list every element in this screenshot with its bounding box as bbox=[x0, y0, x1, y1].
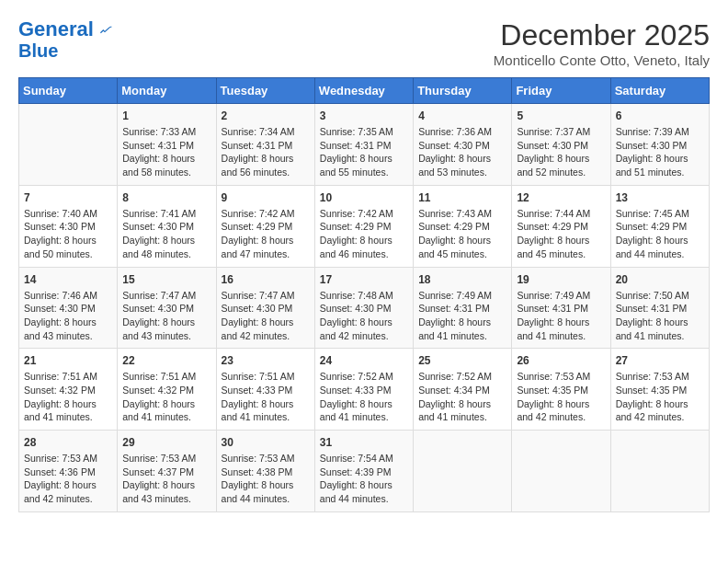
cell-info: Sunrise: 7:45 AMSunset: 4:29 PMDaylight:… bbox=[616, 208, 689, 259]
calendar-cell: 9Sunrise: 7:42 AMSunset: 4:29 PMDaylight… bbox=[216, 185, 314, 267]
cell-info: Sunrise: 7:43 AMSunset: 4:29 PMDaylight:… bbox=[418, 208, 492, 259]
cell-info: Sunrise: 7:52 AMSunset: 4:33 PMDaylight:… bbox=[320, 371, 393, 422]
calendar-cell: 13Sunrise: 7:45 AMSunset: 4:29 PMDayligh… bbox=[610, 185, 709, 267]
calendar-cell: 23Sunrise: 7:51 AMSunset: 4:33 PMDayligh… bbox=[216, 349, 314, 431]
calendar-cell: 1Sunrise: 7:33 AMSunset: 4:31 PMDaylight… bbox=[118, 104, 216, 186]
cell-info: Sunrise: 7:39 AMSunset: 4:30 PMDaylight:… bbox=[616, 126, 689, 178]
calendar-cell: 22Sunrise: 7:51 AMSunset: 4:32 PMDayligh… bbox=[118, 349, 216, 431]
day-number: 24 bbox=[320, 354, 408, 367]
calendar-cell: 14Sunrise: 7:46 AMSunset: 4:30 PMDayligh… bbox=[19, 267, 118, 349]
day-number: 12 bbox=[517, 191, 605, 204]
week-row-0: 1Sunrise: 7:33 AMSunset: 4:31 PMDaylight… bbox=[19, 104, 710, 186]
cell-info: Sunrise: 7:50 AMSunset: 4:31 PMDaylight:… bbox=[616, 290, 689, 341]
header-day-tuesday: Tuesday bbox=[216, 78, 314, 104]
day-number: 26 bbox=[517, 354, 605, 367]
day-number: 19 bbox=[517, 273, 605, 286]
location: Monticello Conte Otto, Veneto, Italy bbox=[494, 52, 710, 68]
header-day-monday: Monday bbox=[118, 78, 216, 104]
cell-info: Sunrise: 7:46 AMSunset: 4:30 PMDaylight:… bbox=[24, 290, 97, 341]
month-title: December 2025 bbox=[494, 18, 710, 52]
logo: General Blue bbox=[18, 18, 114, 61]
page-header: General Blue December 2025 Monticello Co… bbox=[18, 18, 710, 68]
cell-info: Sunrise: 7:47 AMSunset: 4:30 PMDaylight:… bbox=[222, 290, 295, 341]
day-number: 7 bbox=[24, 191, 112, 204]
day-number: 20 bbox=[616, 273, 704, 286]
day-number: 27 bbox=[616, 354, 704, 367]
header-row: SundayMondayTuesdayWednesdayThursdayFrid… bbox=[19, 78, 710, 104]
cell-info: Sunrise: 7:49 AMSunset: 4:31 PMDaylight:… bbox=[517, 290, 590, 341]
day-number: 21 bbox=[24, 354, 112, 367]
day-number: 14 bbox=[24, 273, 112, 286]
calendar-cell: 5Sunrise: 7:37 AMSunset: 4:30 PMDaylight… bbox=[512, 104, 610, 186]
day-number: 3 bbox=[320, 109, 408, 122]
week-row-4: 28Sunrise: 7:53 AMSunset: 4:36 PMDayligh… bbox=[19, 431, 710, 512]
calendar-cell: 20Sunrise: 7:50 AMSunset: 4:31 PMDayligh… bbox=[610, 267, 709, 349]
day-number: 6 bbox=[616, 109, 704, 122]
calendar-cell bbox=[512, 431, 610, 512]
cell-info: Sunrise: 7:42 AMSunset: 4:29 PMDaylight:… bbox=[222, 208, 295, 259]
cell-info: Sunrise: 7:47 AMSunset: 4:30 PMDaylight:… bbox=[122, 290, 196, 341]
calendar-cell: 15Sunrise: 7:47 AMSunset: 4:30 PMDayligh… bbox=[118, 267, 216, 349]
day-number: 11 bbox=[418, 191, 506, 204]
calendar-cell: 31Sunrise: 7:54 AMSunset: 4:39 PMDayligh… bbox=[314, 431, 413, 512]
header-day-wednesday: Wednesday bbox=[314, 78, 413, 104]
calendar-cell: 10Sunrise: 7:42 AMSunset: 4:29 PMDayligh… bbox=[314, 185, 413, 267]
day-number: 2 bbox=[222, 109, 310, 122]
cell-info: Sunrise: 7:53 AMSunset: 4:35 PMDaylight:… bbox=[616, 371, 689, 422]
day-number: 17 bbox=[320, 273, 408, 286]
calendar-cell: 25Sunrise: 7:52 AMSunset: 4:34 PMDayligh… bbox=[414, 349, 512, 431]
title-block: December 2025 Monticello Conte Otto, Ven… bbox=[494, 18, 710, 68]
calendar-cell: 6Sunrise: 7:39 AMSunset: 4:30 PMDaylight… bbox=[610, 104, 709, 186]
cell-info: Sunrise: 7:51 AMSunset: 4:32 PMDaylight:… bbox=[24, 371, 97, 422]
calendar-cell: 17Sunrise: 7:48 AMSunset: 4:30 PMDayligh… bbox=[314, 267, 413, 349]
cell-info: Sunrise: 7:53 AMSunset: 4:37 PMDaylight:… bbox=[122, 453, 196, 504]
calendar-cell: 21Sunrise: 7:51 AMSunset: 4:32 PMDayligh… bbox=[19, 349, 118, 431]
day-number: 25 bbox=[418, 354, 506, 367]
cell-info: Sunrise: 7:37 AMSunset: 4:30 PMDaylight:… bbox=[517, 126, 590, 178]
week-row-3: 21Sunrise: 7:51 AMSunset: 4:32 PMDayligh… bbox=[19, 349, 710, 431]
week-row-1: 7Sunrise: 7:40 AMSunset: 4:30 PMDaylight… bbox=[19, 185, 710, 267]
logo-text: General bbox=[18, 18, 94, 40]
day-number: 9 bbox=[222, 191, 310, 204]
day-number: 18 bbox=[418, 273, 506, 286]
cell-info: Sunrise: 7:49 AMSunset: 4:31 PMDaylight:… bbox=[418, 290, 492, 341]
week-row-2: 14Sunrise: 7:46 AMSunset: 4:30 PMDayligh… bbox=[19, 267, 710, 349]
cell-info: Sunrise: 7:53 AMSunset: 4:38 PMDaylight:… bbox=[222, 453, 295, 504]
calendar-cell: 11Sunrise: 7:43 AMSunset: 4:29 PMDayligh… bbox=[414, 185, 512, 267]
cell-info: Sunrise: 7:36 AMSunset: 4:30 PMDaylight:… bbox=[418, 126, 492, 178]
header-day-friday: Friday bbox=[512, 78, 610, 104]
calendar-cell: 16Sunrise: 7:47 AMSunset: 4:30 PMDayligh… bbox=[216, 267, 314, 349]
calendar-cell: 24Sunrise: 7:52 AMSunset: 4:33 PMDayligh… bbox=[314, 349, 413, 431]
day-number: 10 bbox=[320, 191, 408, 204]
cell-info: Sunrise: 7:51 AMSunset: 4:32 PMDaylight:… bbox=[122, 371, 196, 422]
calendar-cell: 7Sunrise: 7:40 AMSunset: 4:30 PMDaylight… bbox=[19, 185, 118, 267]
cell-info: Sunrise: 7:44 AMSunset: 4:29 PMDaylight:… bbox=[517, 208, 590, 259]
calendar-cell: 8Sunrise: 7:41 AMSunset: 4:30 PMDaylight… bbox=[118, 185, 216, 267]
day-number: 23 bbox=[222, 354, 310, 367]
cell-info: Sunrise: 7:41 AMSunset: 4:30 PMDaylight:… bbox=[122, 208, 196, 259]
calendar-cell: 3Sunrise: 7:35 AMSunset: 4:31 PMDaylight… bbox=[314, 104, 413, 186]
cell-info: Sunrise: 7:53 AMSunset: 4:36 PMDaylight:… bbox=[24, 453, 97, 504]
calendar-cell: 27Sunrise: 7:53 AMSunset: 4:35 PMDayligh… bbox=[610, 349, 709, 431]
day-number: 4 bbox=[418, 109, 506, 122]
day-number: 1 bbox=[122, 109, 210, 122]
calendar-cell bbox=[19, 104, 118, 186]
calendar-cell: 28Sunrise: 7:53 AMSunset: 4:36 PMDayligh… bbox=[19, 431, 118, 512]
calendar-cell bbox=[414, 431, 512, 512]
logo-bird-icon bbox=[96, 20, 114, 39]
cell-info: Sunrise: 7:34 AMSunset: 4:31 PMDaylight:… bbox=[222, 126, 295, 178]
calendar-cell: 18Sunrise: 7:49 AMSunset: 4:31 PMDayligh… bbox=[414, 267, 512, 349]
cell-info: Sunrise: 7:48 AMSunset: 4:30 PMDaylight:… bbox=[320, 290, 393, 341]
day-number: 13 bbox=[616, 191, 704, 204]
day-number: 16 bbox=[222, 273, 310, 286]
cell-info: Sunrise: 7:35 AMSunset: 4:31 PMDaylight:… bbox=[320, 126, 393, 178]
calendar-cell: 30Sunrise: 7:53 AMSunset: 4:38 PMDayligh… bbox=[216, 431, 314, 512]
day-number: 31 bbox=[320, 436, 408, 449]
day-number: 29 bbox=[122, 436, 210, 449]
cell-info: Sunrise: 7:51 AMSunset: 4:33 PMDaylight:… bbox=[222, 371, 295, 422]
logo-blue: Blue bbox=[18, 40, 114, 61]
calendar-cell: 26Sunrise: 7:53 AMSunset: 4:35 PMDayligh… bbox=[512, 349, 610, 431]
cell-info: Sunrise: 7:42 AMSunset: 4:29 PMDaylight:… bbox=[320, 208, 393, 259]
calendar-cell: 12Sunrise: 7:44 AMSunset: 4:29 PMDayligh… bbox=[512, 185, 610, 267]
day-number: 5 bbox=[517, 109, 605, 122]
